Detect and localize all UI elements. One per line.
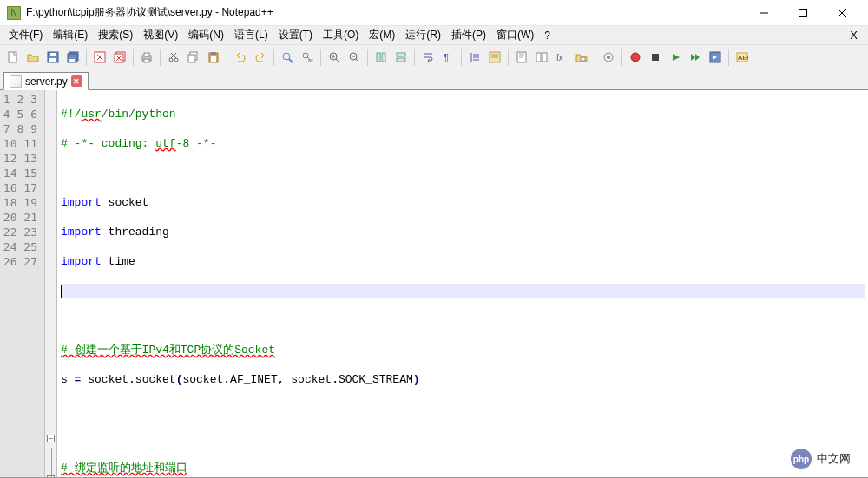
svg-rect-29 — [211, 56, 216, 62]
spellcheck-icon[interactable]: ABC — [733, 48, 752, 67]
toolbar-separator — [273, 49, 274, 66]
svg-rect-45 — [397, 58, 405, 62]
svg-text:ab: ab — [308, 57, 313, 63]
app-icon: N — [7, 6, 21, 20]
svg-rect-28 — [211, 52, 216, 55]
menu-plugins[interactable]: 插件(P) — [446, 26, 491, 45]
menu-macro[interactable]: 宏(M) — [364, 26, 400, 45]
svg-line-41 — [356, 59, 358, 62]
tab-close-icon[interactable]: ✕ — [71, 75, 82, 87]
print-icon[interactable] — [137, 48, 156, 67]
code-area[interactable]: #!/usr/bin/python # -*- coding: utf-8 -*… — [57, 90, 868, 478]
new-file-icon[interactable] — [3, 48, 23, 67]
menu-bar: 文件(F) 编辑(E) 搜索(S) 视图(V) 编码(N) 语言(L) 设置(T… — [0, 26, 868, 45]
toolbar-separator — [320, 49, 321, 66]
svg-text:fx: fx — [556, 53, 563, 62]
svg-rect-4 — [9, 52, 16, 62]
toolbar-separator — [86, 49, 87, 66]
play-macro-icon[interactable] — [666, 48, 685, 67]
open-file-icon[interactable] — [23, 48, 43, 67]
title-bar: N F:\python\tcpip服务器协议测试\server.py - Not… — [0, 0, 868, 26]
save-icon[interactable] — [43, 48, 62, 67]
svg-rect-19 — [144, 53, 149, 56]
sync-hscroll-icon[interactable] — [391, 48, 411, 67]
doc-map-icon[interactable] — [512, 48, 531, 67]
cut-icon[interactable] — [164, 48, 183, 67]
close-button[interactable] — [822, 0, 861, 26]
maximize-button[interactable] — [783, 0, 822, 26]
svg-rect-42 — [377, 53, 380, 62]
menu-view[interactable]: 视图(V) — [138, 26, 183, 45]
sync-vscroll-icon[interactable] — [372, 48, 391, 67]
window-title: F:\python\tcpip服务器协议测试\server.py - Notep… — [26, 5, 744, 20]
close-file-icon[interactable] — [90, 48, 109, 67]
indent-guide-icon[interactable] — [465, 48, 484, 67]
svg-marker-67 — [673, 54, 680, 61]
redo-icon[interactable] — [251, 48, 270, 67]
toolbar-separator — [133, 49, 134, 66]
fold-toggle-icon[interactable]: − — [47, 435, 55, 442]
menu-settings[interactable]: 设置(T) — [273, 26, 318, 45]
menu-file[interactable]: 文件(F) — [3, 26, 48, 45]
stop-macro-icon[interactable] — [646, 48, 665, 67]
svg-rect-66 — [652, 54, 659, 61]
menu-language[interactable]: 语言(L) — [229, 26, 273, 45]
show-all-chars-icon[interactable]: ¶ — [438, 48, 457, 67]
play-multi-icon[interactable] — [686, 48, 705, 67]
tab-server-py[interactable]: server.py ✕ — [3, 72, 89, 90]
undo-icon[interactable] — [231, 48, 250, 67]
toolbar-separator — [728, 49, 729, 66]
svg-point-64 — [607, 56, 610, 59]
menu-window[interactable]: 窗口(W) — [491, 26, 539, 45]
ud-lang-icon[interactable] — [485, 48, 504, 67]
svg-marker-68 — [691, 54, 695, 61]
svg-line-31 — [289, 59, 293, 62]
replace-icon[interactable]: ab — [298, 48, 317, 67]
menu-encoding[interactable]: 编码(N) — [183, 26, 229, 45]
php-logo-icon: php — [791, 449, 812, 469]
toolbar-separator — [621, 49, 622, 66]
svg-rect-26 — [188, 55, 195, 62]
doc-list-icon[interactable] — [532, 48, 551, 67]
toolbar-separator — [461, 49, 462, 66]
secondary-close-icon[interactable]: X — [843, 29, 865, 42]
text-cursor — [61, 285, 62, 298]
file-icon — [10, 75, 22, 88]
svg-text:¶: ¶ — [444, 52, 449, 62]
copy-icon[interactable] — [184, 48, 203, 67]
paste-icon[interactable] — [204, 48, 223, 67]
wordwrap-icon[interactable] — [418, 48, 437, 67]
fold-gutter[interactable]: − − — [45, 90, 57, 478]
svg-point-22 — [174, 58, 178, 62]
toolbar: ab ¶ fx ABC — [0, 45, 868, 69]
svg-marker-69 — [695, 54, 700, 61]
menu-edit[interactable]: 编辑(E) — [48, 26, 93, 45]
svg-rect-59 — [536, 53, 541, 62]
save-all-icon[interactable] — [63, 48, 82, 67]
close-all-icon[interactable] — [110, 48, 129, 67]
svg-rect-10 — [69, 59, 75, 62]
svg-rect-43 — [382, 53, 385, 62]
line-number-gutter[interactable]: 1 2 3 4 5 6 7 8 9 10 11 12 13 14 15 16 1… — [0, 90, 45, 478]
zoom-out-icon[interactable] — [345, 48, 364, 67]
minimize-button[interactable] — [744, 0, 783, 26]
menu-search[interactable]: 搜索(S) — [93, 26, 138, 45]
function-list-icon[interactable]: fx — [552, 48, 571, 67]
find-icon[interactable] — [278, 48, 297, 67]
tab-bar: server.py ✕ — [0, 69, 868, 90]
watermark: php 中文网 — [784, 447, 858, 471]
menu-help[interactable]: ? — [539, 26, 556, 45]
svg-text:ABC: ABC — [738, 54, 748, 62]
watermark-text: 中文网 — [817, 451, 851, 467]
editor: 1 2 3 4 5 6 7 8 9 10 11 12 13 14 15 16 1… — [0, 90, 868, 478]
save-macro-icon[interactable] — [706, 48, 725, 67]
svg-rect-44 — [397, 53, 405, 56]
record-macro-icon[interactable] — [626, 48, 645, 67]
svg-rect-1 — [799, 9, 806, 16]
menu-tools[interactable]: 工具(O) — [318, 26, 364, 45]
toolbar-separator — [414, 49, 415, 66]
folder-workspace-icon[interactable] — [572, 48, 591, 67]
menu-run[interactable]: 运行(R) — [400, 26, 446, 45]
monitor-icon[interactable] — [599, 48, 618, 67]
zoom-in-icon[interactable] — [325, 48, 344, 67]
